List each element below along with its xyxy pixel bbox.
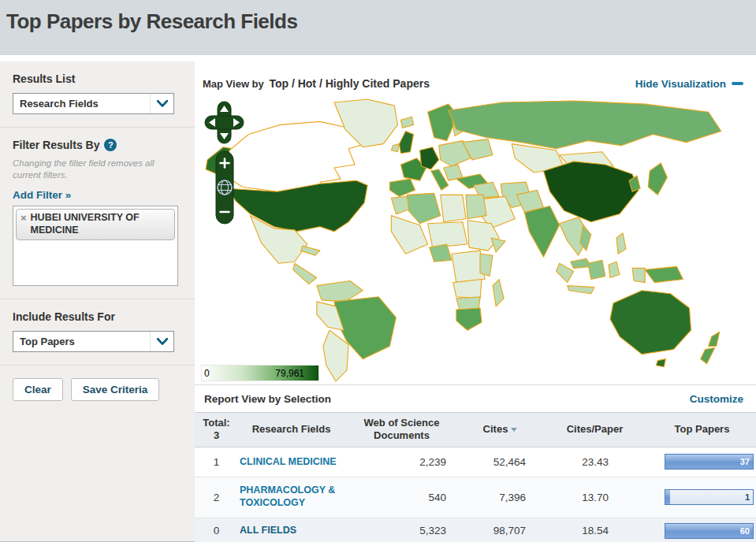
top-papers-bar: 1 — [665, 489, 754, 505]
top-papers-bar: 37 — [665, 454, 754, 470]
field-link[interactable]: ALL FIELDS — [240, 525, 296, 537]
include-results-heading: Include Results For — [13, 310, 182, 323]
filter-section: Filter Results By ? Changing the filter … — [0, 127, 195, 299]
results-list-heading: Results List — [13, 72, 182, 85]
pan-control — [205, 102, 244, 143]
table-row: 2 PHARMACOLOGY & TOXICOLOGY 540 7,396 13… — [195, 477, 756, 518]
row-cites: 7,396 — [459, 477, 542, 518]
row-cites-per-paper: 23.43 — [542, 447, 648, 477]
world-map[interactable]: 0 79,961 — [201, 98, 756, 384]
filter-note: Changing the filter field removes all cu… — [13, 158, 182, 181]
report-title: Report View by Selection — [204, 393, 331, 405]
table-row: 0 ALL FIELDS 5,323 98,707 18.54 60 — [195, 518, 756, 542]
help-icon[interactable]: ? — [104, 139, 117, 151]
add-filter-link[interactable]: Add Filter » — [13, 189, 71, 201]
hide-visualization-link[interactable]: Hide Visualization — [635, 78, 743, 90]
collapse-minus-icon — [732, 82, 743, 85]
column-wos-documents: Web of Science Documents — [344, 413, 459, 447]
filter-chip[interactable]: × HUBEI UNIVERSITY OF MEDICINE — [16, 209, 175, 240]
choropleth-map-svg — [201, 98, 756, 384]
zoom-control — [216, 151, 233, 224]
legend-min-value: 0 — [204, 368, 210, 379]
row-cites: 52,464 — [459, 447, 542, 477]
bar-fill — [665, 490, 670, 504]
row-rank: 0 — [195, 518, 238, 542]
column-top-papers: Top Papers — [648, 413, 756, 447]
visualization-header: Map View by Top / Hot / Highly Cited Pap… — [195, 61, 756, 98]
main-panel: Map View by Top / Hot / Highly Cited Pap… — [195, 61, 756, 542]
sidebar-actions: Clear Save Criteria — [0, 365, 195, 414]
row-documents: 2,239 — [344, 447, 459, 477]
bar-value: 1 — [745, 492, 750, 502]
field-link[interactable]: CLINICAL MEDICINE — [240, 456, 337, 469]
results-list-select[interactable]: Research Fields — [13, 93, 174, 114]
page-header: Top Papers by Research Fields — [0, 0, 756, 55]
customize-link[interactable]: Customize — [690, 393, 743, 405]
include-results-section: Include Results For Top Papers — [0, 299, 195, 365]
table-header-row: Total: 3 Research Fields Web of Science … — [195, 413, 756, 447]
row-cites: 98,707 — [459, 518, 542, 542]
total-header: Total: 3 — [195, 413, 238, 447]
column-cites-per-paper: Cites/Paper — [542, 413, 648, 447]
visualization-title: Map View by Top / Hot / Highly Cited Pap… — [203, 77, 430, 90]
page-title: Top Papers by Research Fields — [6, 9, 756, 34]
results-list-section: Results List Research Fields — [0, 61, 195, 127]
row-cites-per-paper: 13.70 — [542, 477, 648, 518]
row-rank: 2 — [195, 477, 238, 518]
top-papers-bar: 60 — [665, 523, 754, 539]
map-legend: 0 79,961 — [201, 365, 319, 381]
chevron-down-icon — [150, 332, 173, 351]
report-header: Report View by Selection Customize — [195, 385, 756, 412]
field-link[interactable]: PHARMACOLOGY & TOXICOLOGY — [240, 484, 341, 509]
bar-value: 60 — [740, 526, 750, 536]
column-cites-sort[interactable]: Cites — [459, 413, 542, 447]
save-criteria-button[interactable]: Save Criteria — [71, 378, 160, 401]
clear-button[interactable]: Clear — [13, 378, 63, 401]
filter-heading: Filter Results By ? — [13, 139, 182, 151]
row-rank: 1 — [195, 447, 238, 477]
include-results-select[interactable]: Top Papers — [13, 331, 174, 352]
sort-desc-icon — [511, 428, 517, 432]
active-filter-list: × HUBEI UNIVERSITY OF MEDICINE — [13, 206, 178, 286]
row-cites-per-paper: 18.54 — [542, 518, 648, 542]
include-results-selected-value: Top Papers — [13, 336, 150, 347]
chevron-down-icon — [150, 94, 173, 113]
legend-max-value: 79,961 — [275, 368, 304, 379]
row-documents: 5,323 — [344, 518, 459, 542]
globe-icon — [218, 180, 232, 195]
total-count: 3 — [196, 429, 236, 442]
remove-filter-icon[interactable]: × — [20, 212, 27, 236]
column-research-fields: Research Fields — [238, 413, 344, 447]
filter-chip-label: HUBEI UNIVERSITY OF MEDICINE — [31, 212, 169, 236]
header-divider — [0, 55, 756, 61]
report-table: Total: 3 Research Fields Web of Science … — [195, 412, 756, 542]
table-row: 1 CLINICAL MEDICINE 2,239 52,464 23.43 3… — [195, 447, 756, 477]
sidebar: Results List Research Fields Filter Resu… — [0, 61, 195, 542]
map-controls[interactable] — [204, 101, 245, 230]
bar-value: 37 — [740, 457, 750, 466]
row-documents: 540 — [344, 477, 459, 518]
results-list-selected-value: Research Fields — [13, 98, 150, 110]
